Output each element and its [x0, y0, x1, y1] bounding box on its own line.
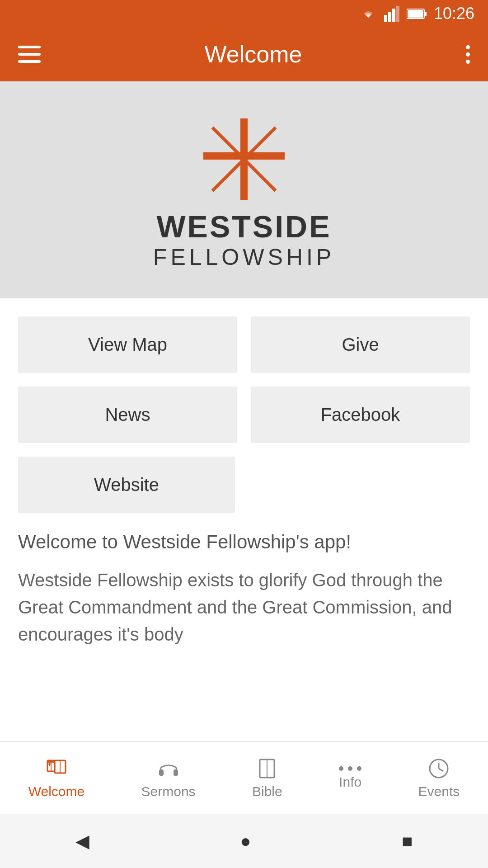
nav-item-welcome[interactable]: Welcome — [19, 752, 94, 804]
nav-label-sermons: Sermons — [141, 784, 196, 799]
svg-rect-1 — [388, 12, 391, 22]
svg-rect-20 — [159, 769, 164, 776]
main-content: View Map Give News Facebook Website Welc… — [0, 298, 488, 657]
svg-rect-0 — [384, 15, 387, 22]
give-button[interactable]: Give — [251, 316, 470, 373]
hamburger-menu-button[interactable] — [18, 46, 41, 63]
home-button[interactable]: ● — [240, 831, 251, 851]
welcome-heading: Welcome to Westside Fellowship's app! — [18, 531, 470, 553]
svg-line-12 — [244, 159, 276, 191]
nav-label-info: Info — [339, 774, 361, 790]
more-dot-1 — [466, 45, 470, 49]
wifi-icon — [359, 7, 377, 20]
status-bar: 10:26 — [0, 0, 488, 27]
nav-label-welcome: Welcome — [28, 784, 84, 799]
nav-label-bible: Bible — [252, 784, 282, 799]
hamburger-line-1 — [18, 46, 41, 48]
more-dot-2 — [466, 52, 470, 57]
more-dots-icon — [339, 766, 361, 771]
view-map-button[interactable]: View Map — [18, 316, 237, 373]
more-menu-button[interactable] — [466, 45, 470, 64]
nav-item-bible[interactable]: Bible — [243, 752, 291, 804]
nav-label-events: Events — [418, 784, 460, 799]
org-subtitle: FELLOWSHIP — [153, 244, 335, 270]
svg-rect-5 — [424, 12, 427, 16]
bottom-navigation: Welcome Sermons Bible Info — [0, 741, 488, 814]
back-button[interactable]: ◀ — [75, 830, 89, 851]
battery-icon — [407, 8, 427, 19]
more-dot-3 — [466, 60, 470, 64]
svg-rect-3 — [396, 6, 399, 22]
news-button[interactable]: News — [18, 387, 237, 443]
recent-button[interactable]: ■ — [402, 831, 413, 851]
headphones-icon — [157, 757, 180, 780]
welcome-text-section: Welcome to Westside Fellowship's app! We… — [18, 531, 470, 657]
bible-book-icon — [255, 757, 279, 780]
org-name: WESTSIDE — [156, 209, 331, 244]
button-grid-row2: News Facebook — [18, 387, 470, 443]
nav-item-info[interactable]: Info — [330, 762, 371, 794]
button-grid-row1: View Map Give — [18, 316, 470, 373]
status-icons: 10:26 — [359, 4, 474, 23]
website-button[interactable]: Website — [18, 457, 235, 513]
svg-rect-6 — [408, 10, 423, 18]
facebook-button[interactable]: Facebook — [251, 387, 470, 443]
book-open-icon — [45, 757, 68, 780]
nav-item-events[interactable]: Events — [409, 752, 469, 804]
button-row-website: Website — [18, 457, 470, 513]
svg-line-26 — [439, 769, 443, 771]
clock-icon — [427, 757, 450, 780]
signal-icon — [384, 6, 400, 22]
svg-rect-21 — [174, 769, 178, 776]
hamburger-line-2 — [18, 53, 41, 56]
system-navigation: ◀ ● ■ — [0, 814, 488, 868]
logo-section: WESTSIDE FELLOWSHIP — [0, 81, 488, 298]
hamburger-line-3 — [18, 60, 41, 63]
svg-line-11 — [212, 159, 244, 191]
svg-rect-2 — [392, 9, 395, 22]
page-title: Welcome — [205, 41, 302, 68]
church-cross-icon — [194, 109, 294, 209]
app-bar: Welcome — [0, 27, 488, 81]
status-time: 10:26 — [434, 4, 474, 23]
svg-rect-17 — [48, 764, 52, 764]
nav-item-sermons[interactable]: Sermons — [132, 752, 205, 804]
welcome-body: Westside Fellowship exists to glorify Go… — [18, 566, 470, 648]
